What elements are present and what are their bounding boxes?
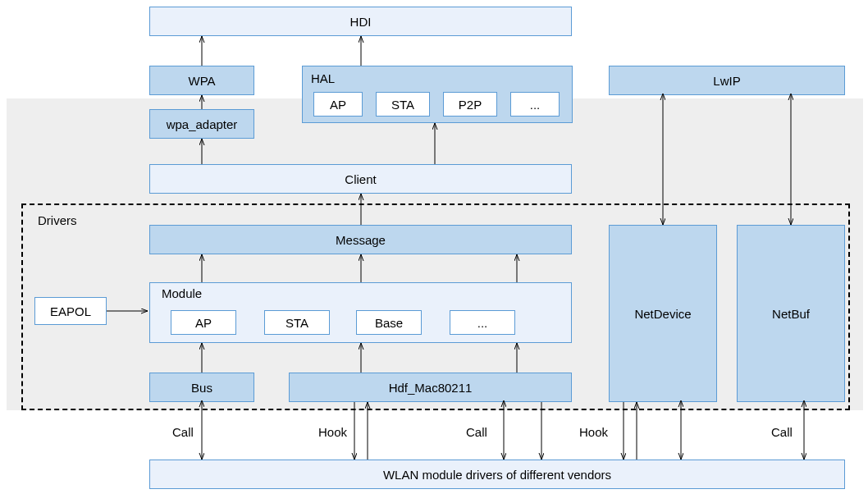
wpa-label: WPA xyxy=(188,74,215,88)
module-base: Base xyxy=(356,310,422,335)
drivers-label: Drivers xyxy=(38,213,77,227)
hdfmac-box: Hdf_Mac80211 xyxy=(289,373,572,402)
hdi-box: HDI xyxy=(149,7,572,36)
hdi-label: HDI xyxy=(350,15,372,29)
module-more: ... xyxy=(450,310,515,335)
hal-title: HAL xyxy=(311,70,335,89)
hal-sta: STA xyxy=(376,92,430,117)
module-title: Module xyxy=(162,286,202,300)
bus-label: Bus xyxy=(191,381,212,395)
client-box: Client xyxy=(149,164,572,194)
wpa-adapter-box: wpa_adapter xyxy=(149,109,254,139)
bus-box: Bus xyxy=(149,373,254,402)
edge-call1: Call xyxy=(172,425,194,439)
netdevice-box: NetDevice xyxy=(609,225,717,402)
lwip-label: LwIP xyxy=(713,74,740,88)
module-base-label: Base xyxy=(375,316,403,330)
hal-p2p-label: P2P xyxy=(459,98,482,112)
netbuf-label: NetBuf xyxy=(772,307,810,321)
vendors-box: WLAN module drivers of different vendors xyxy=(149,460,845,489)
message-box: Message xyxy=(149,225,572,254)
hal-more: ... xyxy=(510,92,560,117)
netbuf-box: NetBuf xyxy=(737,225,845,402)
client-label: Client xyxy=(345,172,376,186)
vendors-label: WLAN module drivers of different vendors xyxy=(383,468,611,482)
module-sta-label: STA xyxy=(286,316,308,330)
hal-sta-label: STA xyxy=(391,98,414,112)
lwip-box: LwIP xyxy=(609,66,845,95)
eapol-label: EAPOL xyxy=(50,304,91,318)
hal-ap-label: AP xyxy=(330,98,346,112)
module-ap-label: AP xyxy=(195,316,212,330)
eapol-box: EAPOL xyxy=(34,297,107,325)
hal-more-label: ... xyxy=(530,98,541,112)
hdfmac-label: Hdf_Mac80211 xyxy=(389,381,473,395)
hal-ap: AP xyxy=(313,92,363,117)
wpa-adapter-label: wpa_adapter xyxy=(167,117,238,131)
edge-hook2: Hook xyxy=(579,425,608,439)
edge-hook1: Hook xyxy=(318,425,347,439)
hal-p2p: P2P xyxy=(443,92,497,117)
message-label: Message xyxy=(336,233,386,247)
edge-call3: Call xyxy=(771,425,793,439)
netdevice-label: NetDevice xyxy=(634,307,691,321)
module-sta: STA xyxy=(264,310,330,335)
wpa-box: WPA xyxy=(149,66,254,95)
edge-call2: Call xyxy=(466,425,487,439)
module-more-label: ... xyxy=(477,316,488,330)
module-ap: AP xyxy=(171,310,236,335)
